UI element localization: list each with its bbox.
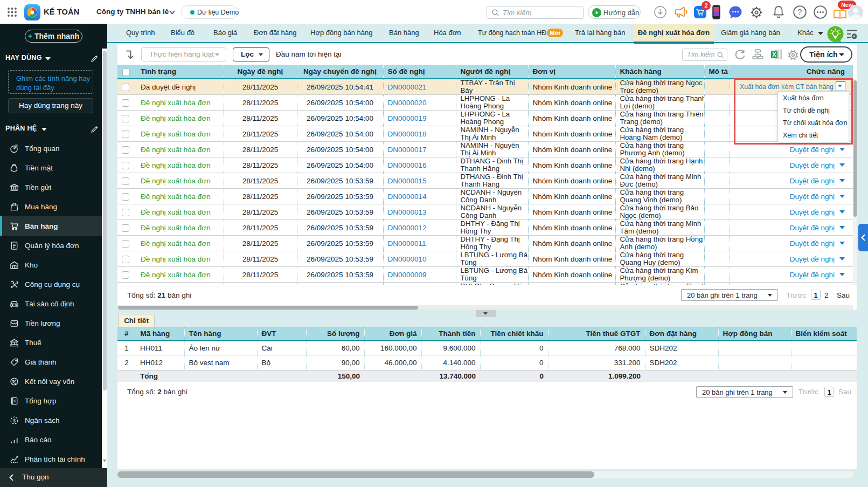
svg-text:?: ? [798, 8, 802, 16]
svg-text:$: $ [13, 417, 16, 423]
svg-text:X: X [772, 51, 776, 58]
svg-text:$: $ [14, 399, 16, 402]
